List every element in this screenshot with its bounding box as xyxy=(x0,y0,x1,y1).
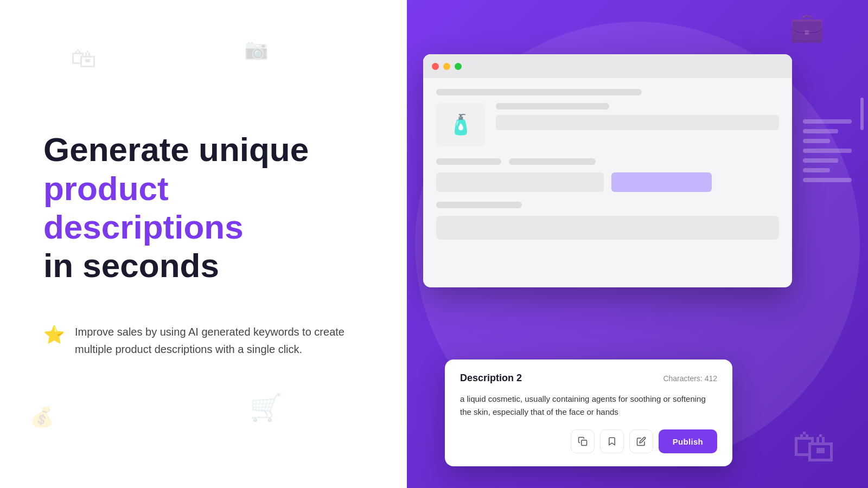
browser-window: 🧴 xyxy=(423,54,792,287)
rskel-2 xyxy=(803,129,838,133)
product-image: 🧴 xyxy=(436,103,485,146)
edit-button[interactable] xyxy=(629,429,653,453)
form-field-1 xyxy=(436,172,604,192)
skel-textarea xyxy=(436,216,779,240)
publish-button[interactable]: Publish xyxy=(659,429,717,453)
scrollbar xyxy=(860,98,864,130)
bookmark-button[interactable] xyxy=(600,429,624,453)
left-panel: 🛍 📷 🛒 💰 Generate unique product descript… xyxy=(0,0,407,488)
browser-content: 🧴 xyxy=(423,78,792,251)
product-emoji: 🧴 xyxy=(449,113,473,136)
rskel-6 xyxy=(803,168,830,172)
deco-camera-icon: 📷 xyxy=(244,38,269,61)
traffic-light-green xyxy=(455,63,462,70)
star-icon: ⭐ xyxy=(43,324,65,345)
skel-small xyxy=(436,202,522,208)
headline: Generate unique product descriptions in … xyxy=(43,130,363,285)
form-row-2 xyxy=(436,172,779,192)
card-header: Description 2 Characters: 412 xyxy=(460,373,717,384)
rskel-5 xyxy=(803,158,838,163)
feature-text: Improve sales by using AI generated keyw… xyxy=(75,323,363,358)
deco-coin-icon: 💰 xyxy=(30,406,54,428)
rskel-3 xyxy=(803,139,830,143)
svg-rect-0 xyxy=(581,440,586,446)
headline-line1: Generate unique xyxy=(43,131,309,168)
rskel-4 xyxy=(803,149,852,153)
traffic-light-red xyxy=(432,63,439,70)
traffic-light-yellow xyxy=(443,63,450,70)
card-chars: Characters: 412 xyxy=(663,374,717,383)
deco-bag-top-left-icon: 🛍 xyxy=(71,43,97,73)
deco-cart-icon: 🛒 xyxy=(250,393,282,423)
right-skeleton-panel xyxy=(803,119,852,182)
skel-label-2 xyxy=(509,158,596,165)
card-actions: Publish xyxy=(460,429,717,453)
rskel-7 xyxy=(803,178,852,182)
form-row-1 xyxy=(436,158,779,165)
skeleton-bar-top xyxy=(436,89,642,95)
headline-line2: product descriptions xyxy=(43,169,363,247)
rskel-1 xyxy=(803,119,852,124)
product-row: 🧴 xyxy=(436,103,779,146)
copy-button[interactable] xyxy=(571,429,595,453)
feature-item: ⭐ Improve sales by using AI generated ke… xyxy=(43,323,363,358)
deco-wallet-icon: 💼 xyxy=(789,11,825,44)
skel-product-input xyxy=(496,115,779,130)
card-title: Description 2 xyxy=(460,373,522,384)
deco-bag-br-icon: 🛍 xyxy=(792,422,835,472)
browser-titlebar xyxy=(423,54,792,78)
right-panel: 💼 🛍 🧴 xyxy=(407,0,868,488)
product-details xyxy=(496,103,779,130)
skel-label-1 xyxy=(436,158,501,165)
headline-line3: in seconds xyxy=(43,247,219,284)
skel-product-title xyxy=(496,103,609,110)
description-card: Description 2 Characters: 412 a liquid c… xyxy=(445,359,732,466)
card-body: a liquid cosmetic, usually containing ag… xyxy=(460,393,717,419)
form-field-accent xyxy=(611,172,712,192)
